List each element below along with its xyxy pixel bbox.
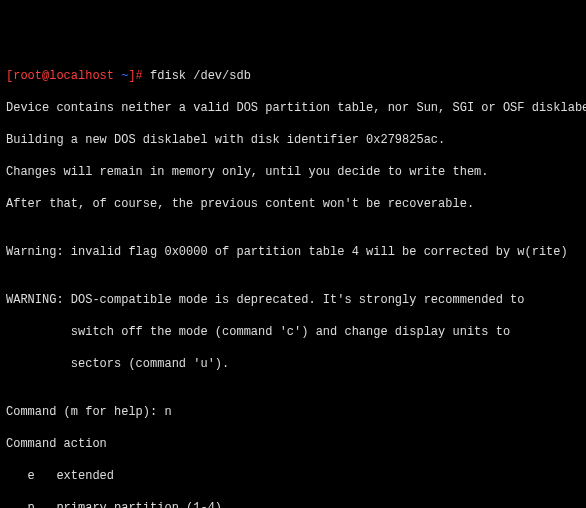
- fdisk-prompt-line[interactable]: Command (m for help): n: [6, 404, 580, 420]
- prompt-tail: ]#: [128, 69, 150, 83]
- prompt-user-host: [root@localhost: [6, 69, 121, 83]
- output-line: After that, of course, the previous cont…: [6, 196, 580, 212]
- output-line: p primary partition (1-4): [6, 500, 580, 508]
- output-line: WARNING: DOS-compatible mode is deprecat…: [6, 292, 580, 308]
- output-line: Warning: invalid flag 0x0000 of partitio…: [6, 244, 580, 260]
- output-line: Building a new DOS disklabel with disk i…: [6, 132, 580, 148]
- output-line: Command action: [6, 436, 580, 452]
- output-line: switch off the mode (command 'c') and ch…: [6, 324, 580, 340]
- output-line: Changes will remain in memory only, unti…: [6, 164, 580, 180]
- output-line: Device contains neither a valid DOS part…: [6, 100, 580, 116]
- output-line: e extended: [6, 468, 580, 484]
- shell-prompt-line[interactable]: [root@localhost ~]# fdisk /dev/sdb: [6, 68, 580, 84]
- command-input[interactable]: fdisk /dev/sdb: [150, 69, 251, 83]
- output-line: sectors (command 'u').: [6, 356, 580, 372]
